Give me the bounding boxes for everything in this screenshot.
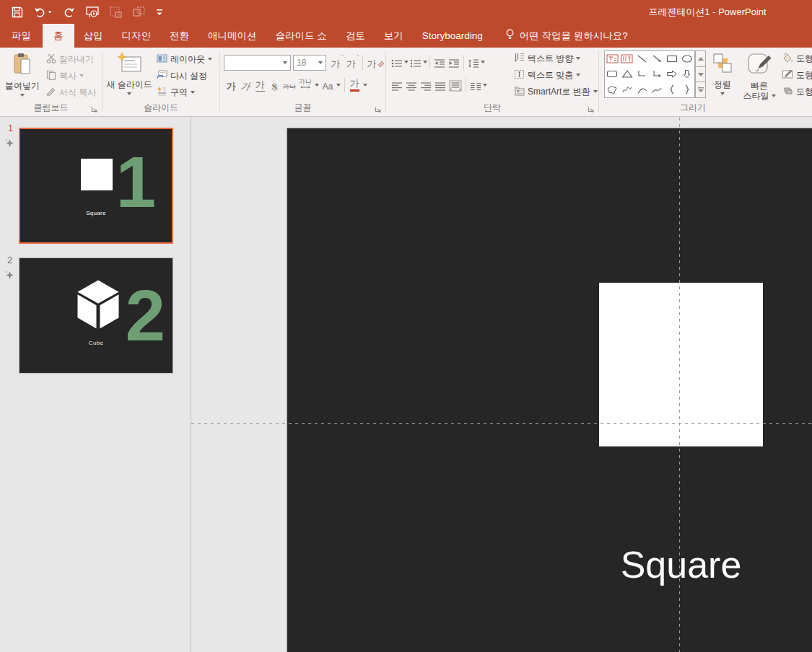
rounded-rectangle-shape-icon[interactable] (605, 66, 620, 82)
right-arrow-shape-icon[interactable] (665, 66, 680, 82)
shapes-gallery[interactable] (604, 50, 695, 98)
justify-button[interactable] (433, 76, 448, 94)
gallery-scroll-up-icon[interactable] (695, 50, 706, 67)
gallery-more-icon[interactable] (695, 82, 706, 98)
font-color-button[interactable]: 가 (347, 76, 362, 94)
redo-icon[interactable] (63, 6, 75, 17)
gallery-scroll-down-icon[interactable] (695, 67, 706, 83)
left-brace-shape-icon[interactable] (665, 82, 680, 97)
line-spacing-button[interactable] (466, 53, 481, 71)
change-case-button[interactable]: Aa (320, 76, 335, 94)
numbering-button[interactable] (409, 53, 423, 71)
arrow-shape-icon[interactable] (650, 51, 665, 66)
shape-outline-button[interactable]: 도형 윤 (764, 67, 812, 83)
font-name-combo[interactable] (224, 55, 291, 71)
align-text-button[interactable]: 텍스트 맞춤 (512, 67, 599, 83)
tell-me-box[interactable]: 어떤 작업을 원하시나요? (505, 24, 628, 48)
curve-shape-icon[interactable] (650, 82, 665, 97)
text-direction-button[interactable]: 텍스트 방향 (512, 50, 599, 66)
paste-button[interactable]: 붙여넣기 (1, 50, 43, 109)
change-case-caret[interactable] (336, 84, 341, 87)
align-text-caret[interactable] (576, 74, 580, 76)
elbow-connector-icon[interactable] (634, 66, 650, 82)
shape-effects-button[interactable]: 도형 효 (764, 84, 812, 100)
layout-dropdown-caret[interactable] (208, 58, 212, 61)
new-slide-button[interactable]: 새 슬라이드 (108, 50, 150, 109)
slide-editing-area[interactable]: Square (191, 117, 812, 652)
oval-shape-icon[interactable] (679, 51, 694, 66)
square-shape-text[interactable]: Square (599, 543, 763, 586)
decrease-indent-button[interactable] (432, 53, 447, 71)
clipboard-dialog-launcher-icon[interactable] (91, 105, 98, 113)
tab-view[interactable]: 보기 (375, 24, 413, 48)
customize-qat-icon[interactable] (156, 8, 163, 17)
bold-button[interactable]: 가 (224, 76, 238, 94)
bullets-button[interactable] (390, 53, 404, 71)
cut-button[interactable]: 잘라내기 (45, 51, 97, 67)
spacing-caret[interactable] (315, 84, 319, 87)
font-color-caret[interactable] (363, 84, 367, 87)
paste-dropdown-caret[interactable] (20, 94, 25, 97)
slide-2-animation-star-icon[interactable] (5, 270, 14, 283)
slide-1-animation-star-icon[interactable] (5, 138, 14, 151)
line-shape-icon[interactable] (634, 51, 650, 66)
columns-button[interactable] (468, 76, 483, 94)
scribble-shape-icon[interactable] (620, 82, 635, 97)
columns-caret[interactable] (483, 84, 487, 87)
new-slide-dropdown-caret[interactable] (127, 92, 131, 95)
arrange-button[interactable]: 정렬 (706, 50, 739, 109)
down-arrow-shape-icon[interactable] (679, 66, 694, 82)
vertical-guide[interactable] (679, 118, 680, 652)
copy-dropdown-caret[interactable] (79, 74, 84, 77)
text-shadow-button[interactable]: S (267, 76, 281, 94)
italic-button[interactable]: 가 (237, 76, 253, 94)
tab-transitions[interactable]: 전환 (160, 24, 198, 48)
text-box-icon[interactable] (605, 51, 620, 66)
font-size-caret[interactable] (318, 61, 323, 64)
slide-1-thumbnail[interactable]: 1 Square (19, 128, 173, 244)
tab-review[interactable]: 검토 (336, 24, 375, 48)
font-size-combo[interactable]: 18 (293, 55, 326, 71)
numbering-caret[interactable] (423, 61, 427, 63)
tab-home[interactable]: 홈 (43, 24, 74, 48)
line-spacing-caret[interactable] (481, 61, 485, 63)
shapes-gallery-scrollbar[interactable] (695, 50, 706, 98)
start-slideshow-icon[interactable] (86, 6, 99, 18)
increase-indent-button[interactable] (447, 53, 461, 71)
tab-design[interactable]: 디자인 (113, 24, 161, 48)
right-brace-shape-icon[interactable] (679, 82, 694, 97)
shrink-font-button[interactable]: 가ˇ (345, 54, 361, 71)
align-right-button[interactable] (419, 76, 433, 94)
triangle-shape-icon[interactable] (620, 66, 635, 82)
copy-button[interactable]: 복사 (45, 68, 97, 84)
save-icon[interactable] (12, 6, 23, 18)
undo-dropdown-caret[interactable] (48, 11, 52, 13)
slide-thumbnail-panel[interactable]: 1 1 Square 2 2 Cube (0, 117, 191, 652)
freeform-shape-icon[interactable] (605, 82, 620, 97)
arrange-caret[interactable] (720, 92, 725, 95)
elbow-arrow-connector-icon[interactable] (650, 66, 665, 82)
character-spacing-button[interactable]: 가나 (297, 76, 313, 94)
shape-fill-button[interactable]: 도형 채 (764, 50, 812, 66)
text-direction-caret[interactable] (576, 57, 580, 60)
arc-shape-icon[interactable] (634, 82, 650, 97)
grow-font-button[interactable]: 가ˆ (329, 54, 345, 71)
tab-file[interactable]: 파일 (0, 24, 43, 48)
format-painter-button[interactable]: 서식 복사 (45, 84, 97, 100)
section-dropdown-caret[interactable] (191, 91, 195, 94)
font-name-caret[interactable] (283, 61, 287, 64)
slide-2-thumbnail[interactable]: 2 Cube (19, 257, 173, 374)
vertical-text-box-icon[interactable] (620, 51, 635, 66)
tab-insert[interactable]: 삽입 (74, 24, 113, 48)
slide-canvas[interactable]: Square (287, 128, 812, 652)
horizontal-guide[interactable] (191, 423, 812, 424)
align-left-button[interactable] (390, 76, 404, 94)
underline-button[interactable]: 가 (253, 76, 267, 94)
strikethrough-button[interactable]: 가나 (281, 76, 297, 94)
square-shape[interactable] (599, 283, 763, 446)
undo-icon[interactable] (34, 6, 52, 17)
paragraph-dialog-launcher-icon[interactable] (588, 105, 595, 113)
convert-smartart-button[interactable]: SmartArt로 변환 (512, 84, 599, 100)
rectangle-shape-icon[interactable] (665, 51, 680, 66)
clear-formatting-button[interactable]: 가 (365, 54, 386, 71)
